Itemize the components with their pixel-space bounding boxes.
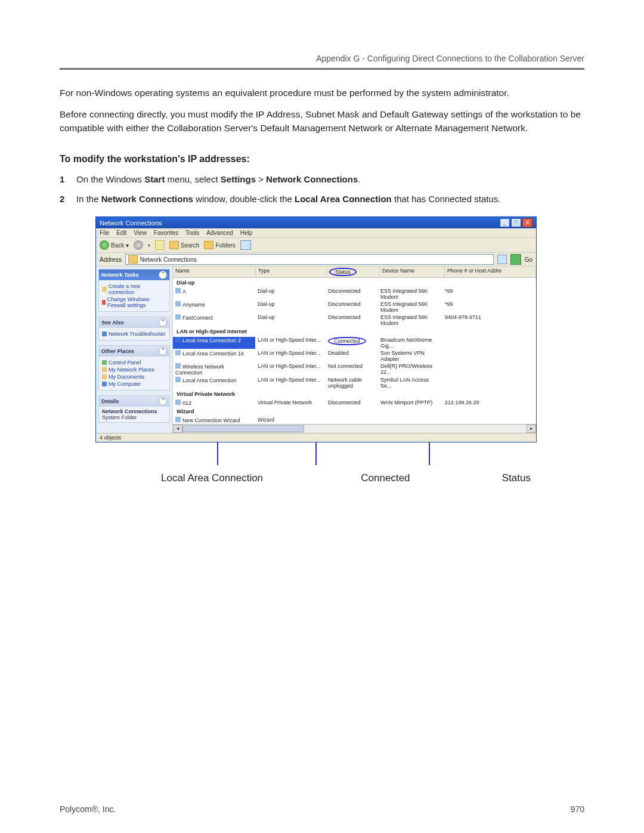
connection-row[interactable]: ADial-upDisconnectedESS Integrated 56K M… [173,287,536,301]
t: In the [76,194,101,204]
connection-row[interactable]: Local Area ConnectionLAN or High-Speed I… [173,376,536,389]
views-button[interactable] [240,240,251,250]
link-my-network-places[interactable]: My Network Places [102,367,166,373]
chevron-down-icon: ▾ [126,242,129,249]
connection-row[interactable]: AnynameDial-upDisconnectedESS Integrated… [173,301,536,314]
scroll-track[interactable] [182,425,527,432]
link-my-computer[interactable]: My Computer [102,381,166,387]
link-control-panel[interactable]: Control Panel [102,360,166,366]
list-group: LAN or High-Speed Internet [173,327,536,336]
page-footer: Polycom®, Inc. 970 [60,804,584,814]
connection-row[interactable]: Wireless Network ConnectionLAN or High-S… [173,363,536,376]
search-icon [169,241,179,249]
window-title: Network Connections [100,219,162,227]
connection-row[interactable]: FastConnectDial-upDisconnectedESS Integr… [173,314,536,327]
connection-icon [175,350,181,355]
t: > [256,174,266,184]
scroll-thumb[interactable] [182,425,304,432]
caption-connected: Connected [361,472,410,484]
separator: • [148,242,150,249]
scroll-right-button[interactable]: ▸ [527,425,536,433]
network-places-icon [102,367,107,372]
menu-tools[interactable]: Tools [185,230,199,236]
collapse-icon[interactable]: ⌃ [159,397,167,405]
menu-file[interactable]: File [100,230,109,236]
connection-row[interactable]: New Connection WizardWizard [173,416,536,424]
annotation-lines [95,442,537,472]
maximize-button[interactable]: □ [511,218,521,227]
forward-button[interactable] [134,240,143,250]
column-name[interactable]: Name [173,267,256,277]
minimize-button[interactable]: _ [500,218,510,227]
t: menu, select [165,174,220,184]
status-bar: 4 objects [96,433,536,442]
back-button[interactable]: Back▾ [100,240,129,250]
back-label: Back [111,242,124,249]
horizontal-scrollbar[interactable]: ◂ ▸ [173,424,536,433]
panel-heading: Network Tasks [101,272,139,278]
connection-icon [175,363,181,368]
menu-view[interactable]: View [134,230,147,236]
task-create-new-connection[interactable]: Create a new connection [102,283,166,295]
panel-network-tasks: Network Tasks⌃ Create a new connection C… [98,269,170,312]
connection-row[interactable]: Local Area Connection 2LAN or High-Speed… [173,336,536,349]
list-header[interactable]: Name Type Status Device Name Phone # or … [173,267,536,278]
menu-bar[interactable]: File Edit View Favorites Tools Advanced … [96,228,536,238]
menu-help[interactable]: Help [240,230,253,236]
menu-advanced[interactable]: Advanced [206,230,233,236]
collapse-icon[interactable]: ⌃ [159,318,167,327]
scroll-left-button[interactable]: ◂ [173,425,182,433]
paragraph-2: Before connecting directly, you must mod… [60,108,584,135]
step-2: 2 In the Network Connections window, dou… [76,193,584,206]
firewall-icon [102,300,106,305]
panel-details: Details⌃ Network Connections System Fold… [98,395,170,423]
panel-heading: Other Places [101,348,134,354]
collapse-icon[interactable]: ⌃ [159,347,167,355]
column-device[interactable]: Device Name [380,267,445,277]
network-connections-window: Network Connections _ □ X File Edit View… [95,216,537,442]
connection-icon [175,337,181,342]
t: window, double-click the [193,194,295,204]
connection-row[interactable]: 012Virtual Private NetworkDisconnectedWA… [173,399,536,407]
documents-icon [102,374,107,379]
window-titlebar[interactable]: Network Connections _ □ X [96,217,536,228]
step-1-number: 1 [60,173,64,187]
column-phone[interactable]: Phone # or Host Addre [445,267,536,277]
caption-status: Status [502,472,531,484]
close-button[interactable]: X [522,218,532,227]
go-button[interactable] [510,254,521,265]
t: Network Connections [266,174,358,184]
column-status[interactable]: Status [327,267,380,277]
details-line-2: System Folder [102,414,166,420]
connection-row[interactable]: Local Area Connection 16LAN or High-Spee… [173,349,536,363]
list-group: Virtual Private Network [173,389,536,399]
folders-button[interactable]: Folders [204,241,235,249]
label: My Documents [109,374,144,380]
link-network-troubleshooter[interactable]: Network Troubleshooter [102,331,166,337]
search-label: Search [181,242,200,249]
t: Settings [221,174,256,184]
footer-company: Polycom®, Inc. [60,804,116,814]
search-button[interactable]: Search [169,241,200,249]
list-group: Dial-up [173,278,536,287]
menu-favorites[interactable]: Favorites [154,230,178,236]
panel-other-places: Other Places⌃ Control Panel My Network P… [98,345,170,391]
paragraph-1: For non-Windows operating systems an equ… [60,86,584,100]
help-icon [102,332,107,336]
address-field[interactable]: Network Connections [125,254,494,265]
address-bar: Address Network Connections Go [96,253,536,267]
steps-list: 1 On the Windows Start menu, select Sett… [60,173,584,206]
column-type[interactable]: Type [256,267,327,277]
details-line-1: Network Connections [102,408,166,414]
task-firewall-settings[interactable]: Change Windows Firewall settings [102,296,166,308]
page-header: Appendix G - Configuring Direct Connecti… [60,54,584,63]
menu-edit[interactable]: Edit [116,230,126,236]
address-value: Network Connections [140,256,197,263]
link-my-documents[interactable]: My Documents [102,374,166,380]
panel-see-also: See Also⌃ Network Troubleshooter [98,317,170,340]
t: On the Windows [76,174,144,184]
collapse-icon[interactable]: ⌃ [159,271,167,279]
caption-local-area-connection: Local Area Connection [161,472,263,484]
up-button[interactable] [155,240,165,250]
address-dropdown-button[interactable] [497,255,507,264]
